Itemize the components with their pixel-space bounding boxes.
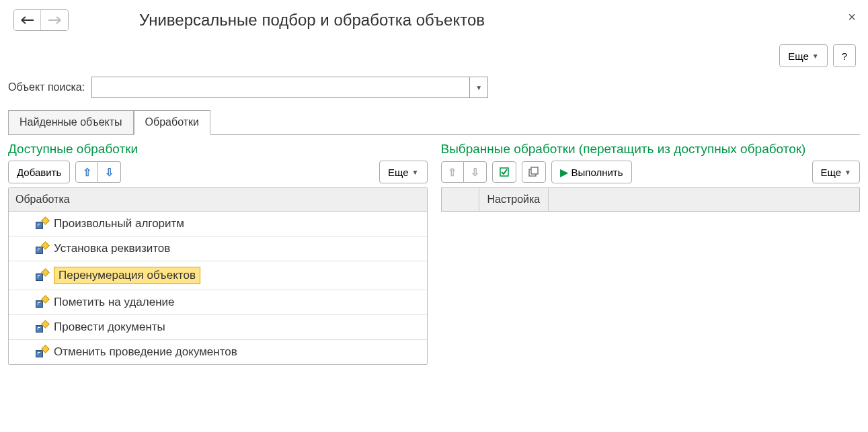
search-dropdown-button[interactable]: ▼	[469, 77, 488, 98]
table-row[interactable]: Провести документы	[9, 315, 427, 340]
move-down-button[interactable]: ⇩	[98, 161, 121, 183]
processing-icon	[36, 244, 47, 254]
page-title: Универсальные подбор и обработка объекто…	[139, 11, 485, 30]
arrow-down-icon: ⇩	[471, 166, 479, 179]
play-icon: ▶	[560, 166, 568, 179]
arrow-up-icon: ⇧	[83, 166, 91, 179]
move-up-button-right[interactable]: ⇧	[441, 161, 464, 183]
chevron-down-icon: ▼	[475, 84, 482, 91]
chevron-down-icon: ▼	[812, 52, 819, 60]
processing-icon	[36, 347, 47, 357]
setting-column-header: Настройка	[479, 188, 549, 211]
left-column-header: Обработка	[9, 188, 427, 212]
row-label: Пометить на удаление	[54, 296, 175, 309]
processing-icon	[36, 298, 47, 308]
table-row[interactable]: Пометить на удаление	[9, 290, 427, 315]
chevron-down-icon: ▼	[844, 169, 851, 176]
nav-back-button[interactable]	[14, 10, 41, 30]
processing-icon	[36, 322, 47, 333]
processing-icon	[36, 271, 47, 281]
arrow-down-icon: ⇩	[105, 166, 114, 179]
arrow-up-icon: ⇧	[448, 166, 457, 179]
search-input[interactable]	[91, 77, 469, 98]
table-row[interactable]: Произвольный алгоритм	[9, 212, 427, 236]
row-label: Произвольный алгоритм	[54, 217, 184, 230]
search-label: Объект поиска:	[8, 81, 85, 93]
svg-rect-2	[531, 167, 538, 174]
move-up-button[interactable]: ⇧	[75, 161, 98, 183]
checkbox-column-header	[442, 188, 479, 211]
row-label: Перенумерация объектов	[54, 267, 200, 284]
processing-icon	[36, 219, 47, 229]
table-row[interactable]: Установка реквизитов	[9, 236, 427, 261]
table-row[interactable]: Отменить проведение документов	[9, 340, 427, 364]
more-button-top[interactable]: Еще ▼	[779, 44, 827, 67]
row-label: Отменить проведение документов	[54, 345, 237, 359]
more-button-left[interactable]: Еще ▼	[379, 161, 427, 183]
nav-forward-button[interactable]	[41, 10, 68, 30]
table-row[interactable]: Перенумерация объектов	[9, 261, 427, 290]
tab-processing[interactable]: Обработки	[134, 110, 210, 135]
selected-title: Выбранные обработки (перетащить из досту…	[441, 142, 861, 157]
help-button[interactable]: ?	[833, 44, 856, 67]
close-button[interactable]: ×	[848, 9, 856, 25]
chevron-down-icon: ▼	[412, 169, 419, 176]
add-button[interactable]: Добавить	[8, 161, 70, 183]
row-label: Установка реквизитов	[54, 242, 170, 255]
tab-found-objects[interactable]: Найденные объекты	[8, 110, 134, 135]
available-title: Доступные обработки	[8, 142, 428, 157]
move-down-button-right[interactable]: ⇩	[464, 161, 487, 183]
row-label: Провести документы	[54, 320, 165, 334]
select-all-button[interactable]	[492, 161, 516, 183]
execute-button[interactable]: ▶ Выполнить	[551, 161, 632, 183]
more-button-right[interactable]: Еще ▼	[812, 161, 860, 183]
deselect-all-button[interactable]	[522, 161, 546, 183]
